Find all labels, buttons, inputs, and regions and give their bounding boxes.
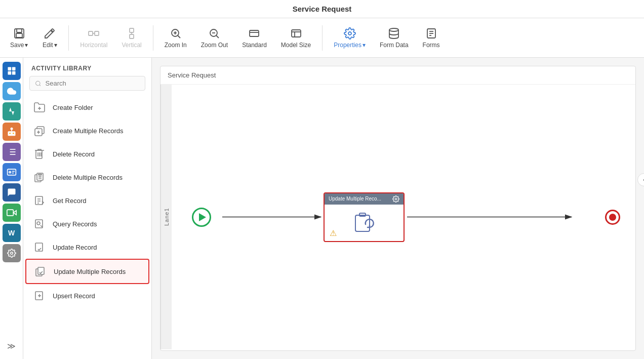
save-button[interactable]: Save ▾: [5, 24, 33, 52]
activity-list: Create Folder Create Multiple Records: [23, 96, 151, 359]
activity-node-title: Update Multiple Reco...: [329, 196, 381, 202]
svg-point-71: [37, 222, 40, 225]
toolbar-separator-1: [68, 25, 69, 51]
activity-item-create-multiple-records[interactable]: Create Multiple Records: [25, 119, 149, 142]
icon-sidebar: W ≫: [0, 58, 23, 359]
sidebar-id-btn[interactable]: [3, 163, 21, 181]
toolbar: Save ▾ Edit ▾ Horizontal Vertical: [0, 18, 644, 58]
sidebar-list-btn[interactable]: [3, 143, 21, 161]
main-layout: W ≫ ACTIVITY LIBRARY: [0, 58, 644, 359]
svg-rect-4: [95, 31, 99, 35]
update-multiple-records-icon: [33, 264, 48, 278]
sidebar-chart-btn[interactable]: [3, 102, 21, 121]
svg-line-50: [39, 85, 41, 86]
svg-point-21: [348, 32, 351, 35]
activity-item-get-record[interactable]: Get Record: [25, 189, 149, 212]
properties-button[interactable]: Properties ▾: [329, 24, 371, 52]
search-input[interactable]: [46, 79, 140, 87]
activity-item-delete-multiple-records[interactable]: Delete Multiple Records: [25, 166, 149, 189]
svg-rect-18: [292, 30, 301, 37]
get-record-icon: [32, 193, 47, 208]
svg-point-43: [9, 171, 11, 173]
activity-library-header: ACTIVITY LIBRARY: [23, 58, 151, 76]
svg-rect-27: [8, 67, 11, 71]
lane-label: Lane1: [160, 85, 172, 349]
activity-node-body: ⚠: [325, 205, 404, 241]
sidebar-wordpress-btn[interactable]: W: [3, 224, 21, 242]
sidebar-settings-btn[interactable]: [3, 244, 21, 262]
activity-gear-icon[interactable]: [392, 195, 399, 203]
svg-point-32: [10, 128, 13, 130]
activity-item-query-records[interactable]: Query Records: [25, 212, 149, 235]
activity-item-delete-record[interactable]: Delete Record: [25, 142, 149, 166]
svg-rect-29: [8, 71, 11, 75]
svg-rect-16: [250, 30, 259, 36]
svg-line-12: [178, 35, 180, 38]
activity-node[interactable]: Update Multiple Reco...: [324, 192, 405, 242]
svg-rect-6: [130, 28, 134, 32]
svg-rect-28: [12, 67, 15, 71]
activity-item-create-folder[interactable]: Create Folder: [25, 96, 149, 119]
zoom-out-button[interactable]: Zoom Out: [196, 24, 233, 52]
svg-rect-30: [12, 71, 15, 75]
update-record-icon: [32, 240, 47, 254]
svg-rect-1: [17, 29, 22, 32]
end-node[interactable]: [605, 210, 620, 225]
svg-rect-7: [130, 34, 134, 38]
activity-item-update-record[interactable]: Update Record: [25, 235, 149, 259]
model-size-button[interactable]: Model Size: [276, 24, 316, 52]
activity-panel: ACTIVITY LIBRARY Create Folder: [23, 58, 152, 359]
start-node[interactable]: [192, 208, 211, 227]
activity-item-update-multiple-records[interactable]: Update Multiple Records: [25, 259, 149, 284]
svg-rect-83: [355, 215, 370, 231]
lane-content: Update Multiple Reco...: [172, 85, 635, 349]
horizontal-button[interactable]: Horizontal: [75, 24, 112, 52]
svg-line-15: [216, 35, 219, 38]
toolbar-separator-3: [322, 25, 323, 51]
form-data-button[interactable]: Form Data: [375, 24, 414, 52]
activity-search-container: [29, 76, 145, 91]
svg-point-49: [36, 81, 40, 85]
svg-rect-3: [89, 31, 93, 35]
delete-multiple-records-icon: [32, 170, 47, 184]
create-folder-icon: [32, 100, 47, 114]
page-title: Service Request: [293, 5, 352, 13]
svg-rect-2: [16, 33, 22, 37]
edit-button[interactable]: Edit ▾: [37, 24, 62, 52]
sidebar-robot-btn[interactable]: [3, 123, 21, 141]
svg-rect-47: [7, 210, 13, 216]
delete-record-icon: [32, 147, 47, 161]
svg-rect-31: [8, 131, 15, 136]
svg-marker-46: [13, 211, 16, 215]
title-bar: Service Request: [0, 0, 644, 18]
canvas-breadcrumb: Service Request: [160, 66, 635, 85]
search-icon: [35, 80, 42, 87]
sidebar-video-btn[interactable]: [3, 204, 21, 222]
sidebar-chat-btn[interactable]: [3, 183, 21, 202]
svg-point-35: [13, 133, 14, 134]
activity-item-upsert-record[interactable]: Upsert Record: [25, 284, 149, 307]
sidebar-cloud-btn[interactable]: [3, 82, 21, 100]
svg-point-22: [389, 28, 398, 31]
svg-point-34: [9, 133, 11, 134]
sidebar-more-btn[interactable]: ≫: [3, 337, 21, 355]
canvas-container: Service Request Lane1: [160, 66, 636, 351]
query-records-icon: [32, 217, 47, 231]
canvas-area: Service Request Lane1: [152, 58, 644, 359]
forms-button[interactable]: Forms: [418, 24, 445, 52]
toolbar-separator-2: [153, 25, 153, 51]
activity-node-header: Update Multiple Reco...: [325, 193, 404, 205]
upsert-record-icon: [32, 289, 47, 303]
create-multiple-records-icon: [32, 124, 47, 138]
svg-point-82: [395, 198, 397, 200]
sidebar-apps-btn[interactable]: [3, 62, 21, 80]
vertical-button[interactable]: Vertical: [116, 24, 146, 52]
standard-button[interactable]: Standard: [237, 24, 272, 52]
activity-node-main-icon: [351, 210, 377, 235]
lane-container: Lane1: [160, 85, 635, 349]
zoom-in-button[interactable]: Zoom In: [159, 24, 192, 52]
warning-icon: ⚠: [330, 228, 337, 238]
svg-point-48: [10, 252, 13, 255]
